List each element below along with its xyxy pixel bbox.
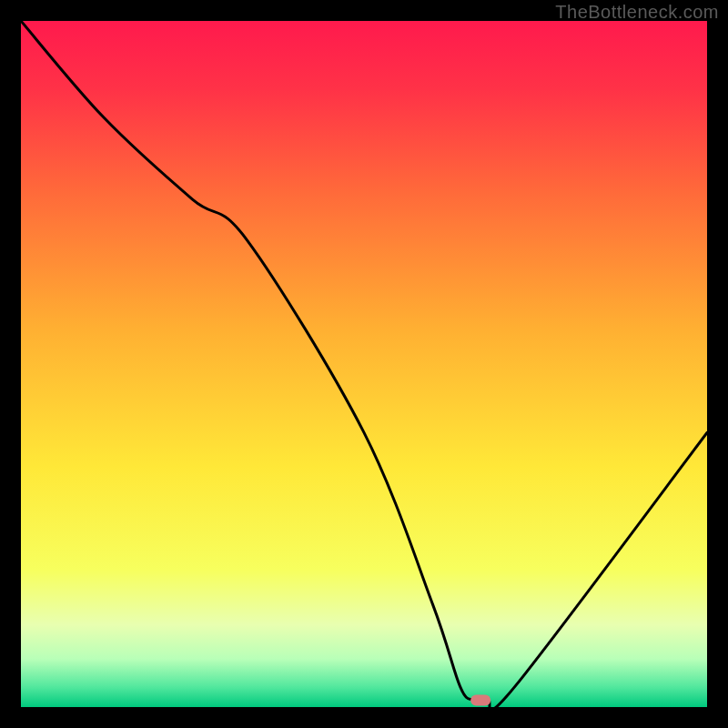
gradient-background — [21, 21, 707, 707]
plot-area — [21, 21, 707, 707]
watermark-text: TheBottleneck.com — [555, 2, 719, 23]
optimal-point-marker — [470, 694, 490, 705]
chart-frame: TheBottleneck.com — [0, 0, 728, 728]
chart-svg — [21, 21, 707, 707]
